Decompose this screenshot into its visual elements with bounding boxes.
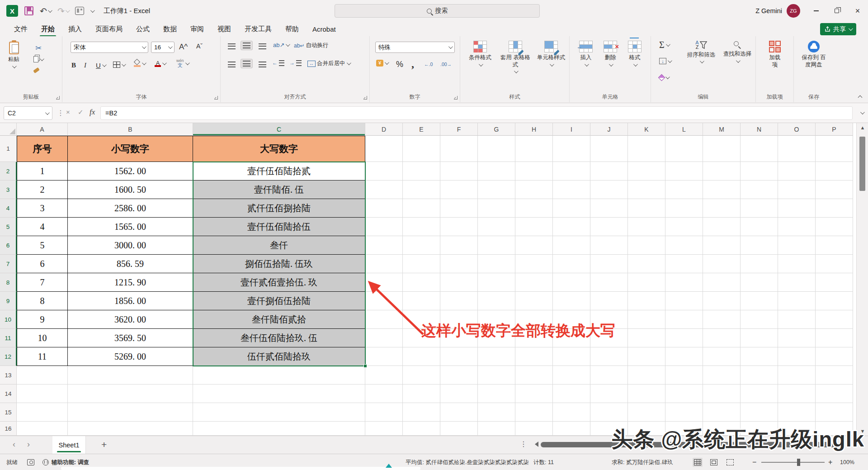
orientation-button[interactable]: ab↗ bbox=[273, 42, 289, 48]
page-break-view-button[interactable] bbox=[725, 458, 735, 467]
row-header-8[interactable]: 8 bbox=[0, 273, 17, 292]
cell-I4[interactable] bbox=[553, 199, 590, 218]
cell-A6[interactable]: 5 bbox=[17, 236, 68, 255]
cell-C3[interactable]: 壹仟陆佰. 伍 bbox=[193, 180, 365, 199]
column-header-D[interactable]: D bbox=[365, 123, 403, 136]
cell-K2[interactable] bbox=[628, 162, 665, 180]
alignment-dialog-launcher[interactable] bbox=[363, 96, 367, 100]
cell-C6[interactable]: 叁仟 bbox=[193, 236, 365, 255]
cell-G4[interactable] bbox=[478, 199, 515, 218]
status-count[interactable]: 计数: 11 bbox=[533, 454, 554, 470]
cell-E1[interactable] bbox=[403, 136, 440, 162]
insert-function-icon[interactable]: fx bbox=[90, 108, 95, 117]
cell-N6[interactable] bbox=[741, 236, 778, 255]
zoom-out-button[interactable]: − bbox=[752, 454, 756, 470]
cell-G3[interactable] bbox=[478, 180, 515, 199]
cell-N14[interactable] bbox=[741, 385, 778, 403]
ribbon-tab-Acrobat[interactable]: Acrobat bbox=[307, 23, 342, 35]
cell-O15[interactable] bbox=[778, 403, 816, 422]
cell-F1[interactable] bbox=[440, 136, 478, 162]
underline-button[interactable]: U bbox=[96, 62, 105, 69]
ribbon-tab-插入[interactable]: 插入 bbox=[62, 23, 88, 36]
cell-K6[interactable] bbox=[628, 236, 665, 255]
cell-H2[interactable] bbox=[515, 162, 553, 180]
cell-G8[interactable] bbox=[478, 273, 515, 292]
row-header-4[interactable]: 4 bbox=[0, 199, 17, 218]
cell-F9[interactable] bbox=[440, 292, 478, 310]
cell-L8[interactable] bbox=[665, 273, 703, 292]
cell-E15[interactable] bbox=[403, 403, 440, 422]
cell-M1[interactable] bbox=[703, 136, 741, 162]
cell-J5[interactable] bbox=[590, 218, 628, 236]
cell-A3[interactable]: 2 bbox=[17, 180, 68, 199]
align-top-button[interactable] bbox=[226, 42, 237, 51]
cell-E8[interactable] bbox=[403, 273, 440, 292]
cell-C9[interactable]: 壹仟捌佰伍拾陆 bbox=[193, 292, 365, 310]
cell-M13[interactable] bbox=[703, 366, 741, 385]
cell-D2[interactable] bbox=[365, 162, 403, 180]
cell-L7[interactable] bbox=[665, 255, 703, 273]
cell-D5[interactable] bbox=[365, 218, 403, 236]
ribbon-tab-开始[interactable]: 开始 bbox=[35, 23, 61, 36]
tab-scroll-divider[interactable]: ⋮ bbox=[520, 440, 527, 448]
cell-L9[interactable] bbox=[665, 292, 703, 310]
cell-A11[interactable]: 10 bbox=[17, 329, 68, 347]
cell-C12[interactable]: 伍仟贰佰陆拾玖 bbox=[193, 347, 365, 366]
column-header-F[interactable]: F bbox=[440, 123, 478, 136]
cell-H6[interactable] bbox=[515, 236, 553, 255]
row-header-1[interactable]: 1 bbox=[0, 136, 17, 162]
cell-I9[interactable] bbox=[553, 292, 590, 310]
cell-I2[interactable] bbox=[553, 162, 590, 180]
column-header-E[interactable]: E bbox=[403, 123, 440, 136]
save-icon[interactable] bbox=[24, 6, 33, 15]
cell-C15[interactable] bbox=[193, 403, 365, 422]
cell-L1[interactable] bbox=[665, 136, 703, 162]
cell-H15[interactable] bbox=[515, 403, 553, 422]
cell-H5[interactable] bbox=[515, 218, 553, 236]
cell-D10[interactable] bbox=[365, 310, 403, 329]
next-sheet-icon[interactable]: › bbox=[27, 440, 30, 449]
cell-M12[interactable] bbox=[703, 347, 741, 366]
cell-I5[interactable] bbox=[553, 218, 590, 236]
cell-J2[interactable] bbox=[590, 162, 628, 180]
cell-J1[interactable] bbox=[590, 136, 628, 162]
cell-H8[interactable] bbox=[515, 273, 553, 292]
cell-M6[interactable] bbox=[703, 236, 741, 255]
format-as-table-button[interactable]: 套用 表格格式 bbox=[499, 41, 532, 73]
cell-B6[interactable]: 3000. 00 bbox=[68, 236, 193, 255]
cell-M9[interactable] bbox=[703, 292, 741, 310]
cell-G5[interactable] bbox=[478, 218, 515, 236]
cell-O14[interactable] bbox=[778, 385, 816, 403]
cell-B5[interactable]: 1565. 00 bbox=[68, 218, 193, 236]
phonetic-guide-button[interactable]: wén文 bbox=[176, 59, 189, 68]
cell-B12[interactable]: 5269. 00 bbox=[68, 347, 193, 366]
cell-N11[interactable] bbox=[741, 329, 778, 347]
cell-E16[interactable] bbox=[403, 422, 440, 436]
cell-C10[interactable]: 叁仟陆佰贰拾 bbox=[193, 310, 365, 329]
cell-L4[interactable] bbox=[665, 199, 703, 218]
column-header-L[interactable]: L bbox=[665, 123, 703, 136]
cell-N12[interactable] bbox=[741, 347, 778, 366]
row-header-10[interactable]: 10 bbox=[0, 310, 17, 329]
vertical-scroll-thumb[interactable] bbox=[859, 137, 865, 191]
cell-J15[interactable] bbox=[590, 403, 628, 422]
cell-H4[interactable] bbox=[515, 199, 553, 218]
row-header-3[interactable]: 3 bbox=[0, 180, 17, 199]
cell-D6[interactable] bbox=[365, 236, 403, 255]
cell-P3[interactable] bbox=[816, 180, 853, 199]
cell-C11[interactable]: 叁仟伍佰陆拾玖. 伍 bbox=[193, 329, 365, 347]
ribbon-tab-开发工具[interactable]: 开发工具 bbox=[239, 23, 278, 36]
column-header-P[interactable]: P bbox=[816, 123, 853, 136]
cell-M5[interactable] bbox=[703, 218, 741, 236]
cell-H14[interactable] bbox=[515, 385, 553, 403]
cell-I12[interactable] bbox=[553, 347, 590, 366]
cell-I1[interactable] bbox=[553, 136, 590, 162]
cell-E4[interactable] bbox=[403, 199, 440, 218]
column-header-N[interactable]: N bbox=[741, 123, 778, 136]
cell-L10[interactable] bbox=[665, 310, 703, 329]
cell-A10[interactable]: 9 bbox=[17, 310, 68, 329]
cell-K9[interactable] bbox=[628, 292, 665, 310]
cell-F5[interactable] bbox=[440, 218, 478, 236]
cell-F6[interactable] bbox=[440, 236, 478, 255]
cell-E9[interactable] bbox=[403, 292, 440, 310]
